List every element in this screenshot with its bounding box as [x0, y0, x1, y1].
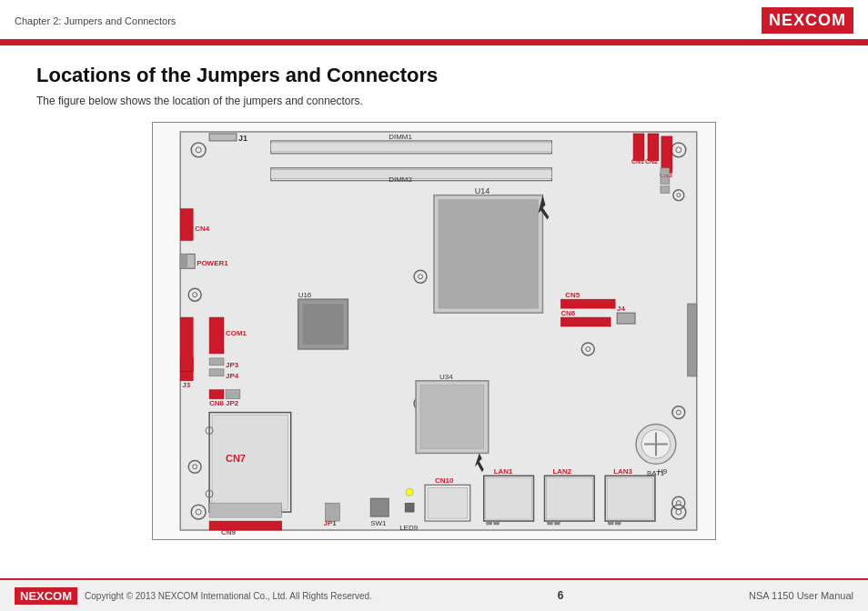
- svg-rect-110: [554, 521, 560, 525]
- svg-rect-111: [608, 521, 613, 525]
- svg-rect-15: [209, 134, 237, 141]
- svg-rect-97: [546, 477, 592, 519]
- footer-copyright: Copyright © 2013 NEXCOM International Co…: [85, 591, 372, 601]
- svg-text:CN5: CN5: [565, 291, 580, 299]
- footer-logo-box: NEXCOM: [15, 587, 77, 605]
- page-title: Locations of the Jumpers and Connectors: [36, 64, 832, 87]
- footer-manual-title: NSA 1150 User Manual: [749, 590, 853, 601]
- svg-rect-75: [420, 386, 484, 449]
- svg-rect-39: [209, 317, 224, 354]
- svg-text:JP2: JP2: [226, 399, 239, 407]
- logo: NEXCOM: [769, 11, 846, 30]
- svg-text:LAN2: LAN2: [552, 467, 571, 476]
- svg-text:J1: J1: [238, 134, 247, 143]
- board-diagram: DIMM1 DIMM2 J1 CN1 CN2 CN3 CN4: [152, 122, 716, 540]
- svg-text:LAN3: LAN3: [613, 467, 632, 476]
- chapter-title: Chapter 2: Jumpers and Connectors: [15, 15, 176, 26]
- footer-logo-text: NEXCOM: [20, 589, 72, 603]
- page-subtitle: The figure below shows the location of t…: [36, 95, 832, 107]
- svg-rect-114: [661, 168, 670, 175]
- svg-text:U16: U16: [298, 291, 312, 299]
- svg-rect-52: [212, 416, 288, 510]
- svg-rect-113: [180, 317, 193, 372]
- svg-rect-37: [303, 304, 344, 345]
- svg-text:JP1: JP1: [324, 519, 338, 527]
- page-header: Chapter 2: Jumpers and Connectors NEXCOM: [0, 0, 868, 42]
- svg-rect-65: [617, 313, 635, 324]
- svg-rect-25: [180, 209, 193, 241]
- svg-rect-28: [180, 254, 187, 268]
- svg-rect-94: [486, 477, 532, 519]
- svg-rect-43: [209, 369, 224, 376]
- svg-rect-87: [405, 503, 414, 512]
- svg-text:JP4: JP4: [226, 372, 239, 380]
- svg-rect-18: [648, 134, 659, 161]
- svg-rect-115: [661, 177, 670, 185]
- svg-text:DIMM1: DIMM1: [389, 133, 412, 141]
- svg-rect-58: [209, 503, 282, 517]
- svg-rect-67: [688, 304, 697, 376]
- svg-text:CN10: CN10: [435, 476, 454, 485]
- main-content: Locations of the Jumpers and Connectors …: [0, 64, 868, 540]
- footer-logo-area: NEXCOM Copyright © 2013 NEXCOM Internati…: [15, 587, 372, 605]
- svg-text:H9: H9: [658, 467, 668, 476]
- svg-text:U14: U14: [475, 186, 490, 195]
- svg-text:CN1: CN1: [631, 158, 644, 165]
- svg-text:LAN1: LAN1: [494, 467, 513, 476]
- svg-rect-85: [370, 498, 389, 516]
- svg-rect-49: [226, 390, 240, 399]
- svg-text:CN4: CN4: [195, 225, 209, 233]
- svg-text:CN2: CN2: [645, 158, 658, 165]
- svg-text:DIMM2: DIMM2: [389, 175, 412, 184]
- svg-text:COM1: COM1: [226, 329, 247, 337]
- svg-rect-108: [494, 521, 500, 525]
- svg-text:CN6: CN6: [560, 309, 575, 317]
- svg-rect-41: [209, 358, 224, 366]
- svg-text:J4: J4: [617, 305, 625, 313]
- svg-rect-100: [607, 477, 653, 519]
- svg-text:CN7: CN7: [226, 453, 246, 464]
- svg-rect-47: [209, 390, 224, 399]
- red-separator: [0, 42, 868, 45]
- svg-text:LED9: LED9: [399, 524, 418, 532]
- svg-text:U34: U34: [439, 373, 453, 381]
- logo-box: NEXCOM: [762, 7, 853, 34]
- svg-text:JP3: JP3: [226, 361, 239, 369]
- svg-rect-91: [428, 487, 468, 518]
- svg-text:SW1: SW1: [370, 519, 387, 527]
- svg-rect-116: [661, 186, 670, 194]
- svg-rect-63: [560, 317, 611, 326]
- svg-rect-109: [547, 521, 552, 525]
- svg-rect-21: [661, 136, 672, 173]
- svg-text:CN8: CN8: [209, 399, 224, 407]
- svg-rect-112: [615, 521, 621, 525]
- svg-point-88: [406, 488, 413, 496]
- svg-rect-17: [633, 134, 644, 161]
- svg-rect-61: [560, 299, 615, 308]
- svg-text:CN9: CN9: [221, 528, 236, 536]
- page-footer: NEXCOM Copyright © 2013 NEXCOM Internati…: [0, 578, 868, 611]
- svg-rect-107: [487, 521, 492, 525]
- svg-text:POWER1: POWER1: [197, 259, 228, 267]
- svg-text:J3: J3: [182, 381, 190, 389]
- footer-page-number: 6: [558, 589, 564, 602]
- svg-rect-33: [439, 200, 539, 308]
- svg-rect-10: [271, 143, 552, 152]
